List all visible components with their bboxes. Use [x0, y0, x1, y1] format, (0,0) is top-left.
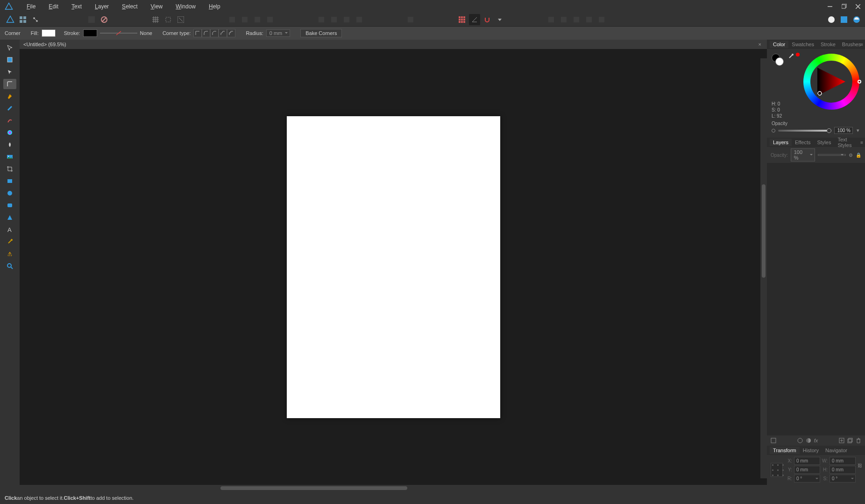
order-back-button[interactable] — [227, 14, 238, 25]
edit-all-layers-icon[interactable] — [771, 438, 776, 443]
align-top-button[interactable] — [354, 14, 365, 25]
bool-combine-button[interactable] — [596, 14, 607, 25]
fill-swatch[interactable] — [42, 29, 56, 37]
fill-tool[interactable] — [3, 127, 16, 138]
document-tab-close-button[interactable]: × — [759, 42, 761, 47]
zoom-tool[interactable] — [3, 261, 16, 271]
radius-field[interactable]: 0 mm — [266, 29, 291, 37]
stroke-swatch[interactable] — [83, 29, 97, 37]
menu-file[interactable]: File — [20, 3, 42, 10]
artboard-tool[interactable] — [3, 55, 16, 65]
horizontal-scrollbar[interactable] — [20, 485, 767, 491]
align-left-button[interactable] — [316, 14, 327, 25]
menu-view[interactable]: View — [144, 3, 169, 10]
vertical-scrollbar[interactable] — [760, 58, 767, 478]
order-frontone-button[interactable] — [252, 14, 263, 25]
menu-edit[interactable]: Edit — [42, 3, 65, 10]
hue-wheel[interactable] — [803, 54, 859, 110]
panel-menu-icon[interactable]: ≡ — [860, 140, 863, 145]
saturation-triangle[interactable] — [813, 63, 850, 100]
canvas-page[interactable] — [287, 116, 500, 418]
align-hcenter-button[interactable] — [328, 14, 340, 25]
snapping-button[interactable] — [482, 14, 493, 25]
app-logo-button[interactable] — [5, 14, 16, 25]
layers-list[interactable] — [767, 163, 865, 435]
corner-type-straight-button[interactable] — [210, 29, 219, 37]
grid-toggle-button[interactable] — [456, 14, 468, 25]
h-field[interactable]: 0 mm — [830, 466, 856, 474]
corner-tool[interactable] — [3, 79, 16, 89]
add-pixel-layer-icon[interactable] — [839, 438, 844, 443]
artistic-text-tool[interactable]: A — [3, 224, 16, 235]
tab-navigator[interactable]: Navigator — [822, 447, 851, 454]
view-tool[interactable] — [3, 249, 16, 259]
sync-button[interactable] — [30, 14, 41, 25]
w-field[interactable]: 0 mm — [830, 457, 856, 465]
tab-history[interactable]: History — [800, 447, 822, 454]
x-field[interactable]: 0 mm — [794, 457, 820, 465]
tab-styles[interactable]: Styles — [814, 139, 834, 146]
menu-text[interactable]: Text — [65, 3, 88, 10]
corner-type-concave-button[interactable] — [219, 29, 227, 37]
r-field[interactable]: 0 ° — [794, 475, 820, 483]
tab-layers[interactable]: Layers — [770, 139, 792, 146]
snap-grid-button[interactable] — [150, 14, 161, 25]
corner-type-round-button[interactable] — [202, 29, 210, 37]
window-minimize-button[interactable] — [823, 0, 837, 13]
y-field[interactable]: 0 mm — [794, 466, 820, 474]
s-field[interactable]: 0 ° — [830, 475, 856, 483]
crop-tool[interactable] — [3, 164, 16, 174]
ellipse-tool[interactable] — [3, 188, 16, 198]
rectangle-tool[interactable] — [3, 176, 16, 186]
adjustment-layer-icon[interactable] — [806, 438, 811, 443]
menu-select[interactable]: Select — [115, 3, 144, 10]
window-restore-button[interactable] — [837, 0, 851, 13]
vector-brush-tool[interactable] — [3, 115, 16, 126]
menu-layer[interactable]: Layer — [88, 3, 115, 10]
layer-settings-icon[interactable]: ⚙ — [849, 153, 853, 158]
hue-indicator[interactable] — [858, 80, 861, 84]
delete-layer-icon[interactable] — [856, 438, 861, 443]
link-wh-icon[interactable]: ⛓ — [858, 463, 861, 468]
corner-type-none-button[interactable] — [193, 29, 202, 37]
fx-layer-icon[interactable]: fx — [814, 438, 818, 443]
snap-guides-button[interactable] — [163, 14, 174, 25]
corner-type-cutout-button[interactable] — [227, 29, 235, 37]
mask-layer-icon[interactable] — [797, 438, 803, 443]
layer-lock-icon[interactable]: 🔒 — [856, 153, 861, 158]
tab-effects[interactable]: Effects — [792, 139, 814, 146]
pen-tool[interactable] — [3, 91, 16, 101]
tab-stroke[interactable]: Stroke — [817, 41, 839, 48]
panel-menu-icon[interactable]: ≡ — [860, 42, 863, 47]
persona-designer-button[interactable] — [826, 14, 837, 25]
add-layer-icon[interactable] — [847, 438, 853, 443]
tab-transform[interactable]: Transform — [770, 447, 800, 454]
layer-lock-button[interactable] — [99, 14, 110, 25]
arrange-studio-button[interactable] — [17, 14, 28, 25]
axis-toggle-button[interactable] — [469, 14, 480, 25]
triangle-tool[interactable] — [3, 212, 16, 223]
document-tab[interactable]: <Untitled> (69.5%) — [23, 42, 66, 47]
bool-add-button[interactable] — [546, 14, 557, 25]
opacity-slider[interactable] — [778, 130, 831, 132]
rounded-rectangle-tool[interactable] — [3, 200, 16, 210]
opacity-dropdown-button[interactable]: ▾ — [856, 127, 860, 133]
bool-divide-button[interactable] — [583, 14, 595, 25]
bool-subtract-button[interactable] — [558, 14, 569, 25]
primary-color-swatch[interactable] — [775, 57, 784, 66]
color-picker-tool[interactable] — [3, 237, 16, 247]
sample-color-icon[interactable] — [796, 53, 800, 56]
stroke-width-preview[interactable] — [100, 33, 137, 34]
bake-corners-button[interactable]: Bake Corners — [300, 29, 342, 37]
node-tool[interactable] — [3, 67, 16, 77]
move-tool[interactable] — [3, 42, 16, 53]
place-image-tool[interactable] — [3, 152, 16, 162]
tab-swatches[interactable]: Swatches — [788, 41, 817, 48]
pencil-tool[interactable] — [3, 103, 16, 113]
align-right-button[interactable] — [341, 14, 352, 25]
order-front-button[interactable] — [264, 14, 276, 25]
opacity-value-field[interactable]: 100 % — [834, 127, 853, 134]
order-backone-button[interactable] — [239, 14, 250, 25]
eyedropper-icon[interactable] — [788, 54, 794, 59]
layer-visibility-button[interactable] — [86, 14, 97, 25]
